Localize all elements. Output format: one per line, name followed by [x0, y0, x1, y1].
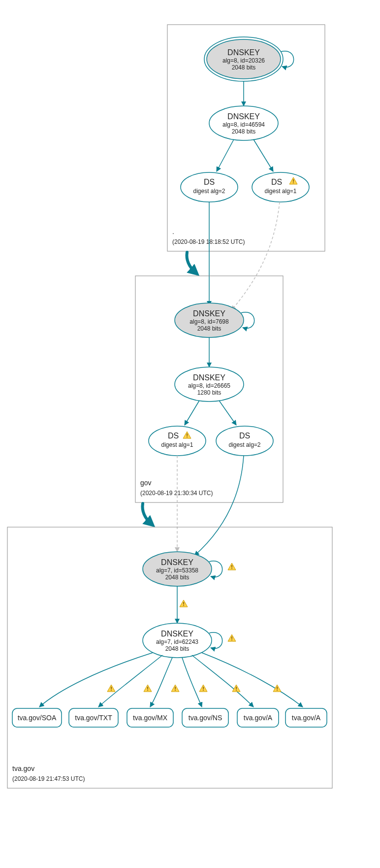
svg-text:tva.gov/A: tva.gov/A [292, 714, 321, 722]
svg-text:alg=8, id=26665: alg=8, id=26665 [188, 382, 230, 389]
warning-icon: ! [228, 563, 236, 570]
svg-text:!: ! [202, 686, 204, 692]
edge-leaf-3 [182, 658, 202, 707]
svg-text:DS: DS [204, 178, 215, 186]
warning-icon: ! [180, 600, 188, 607]
zone-tva-name: tva.gov [12, 765, 34, 772]
svg-text:alg=8, id=7698: alg=8, id=7698 [190, 318, 229, 325]
svg-text:!: ! [235, 686, 237, 692]
zone-root-name: . [172, 228, 174, 235]
zone-tva: tva.gov (2020-08-19 21:47:53 UTC) DNSKEY… [7, 527, 332, 788]
edge-root-zsk-ds1 [217, 139, 234, 171]
zone-gov: gov (2020-08-19 21:30:34 UTC) DNSKEY alg… [135, 276, 283, 502]
gov-ksk-node: DNSKEY alg=8, id=7698 2048 bits [175, 303, 244, 337]
leaf-a2: tva.gov/A [285, 708, 327, 727]
leaf-soa: tva.gov/SOA [12, 708, 62, 727]
svg-text:alg=8, id=46594: alg=8, id=46594 [222, 121, 265, 128]
gov-ds2-node: DS digest alg=2 [216, 426, 273, 456]
leaf-a1: tva.gov/A [237, 708, 279, 727]
svg-text:2048 bits: 2048 bits [232, 128, 256, 135]
svg-text:DNSKEY: DNSKEY [227, 112, 260, 121]
edge-gov-ds2-tva-ksk [194, 456, 244, 556]
svg-text:!: ! [110, 686, 112, 692]
warning-icon: ! [199, 685, 207, 692]
warning-icon: ! [107, 685, 115, 692]
svg-text:2048 bits: 2048 bits [165, 645, 190, 652]
delegation-gov-tva [143, 503, 152, 524]
leaf-ns: tva.gov/NS [182, 708, 228, 727]
svg-text:!: ! [174, 686, 176, 692]
svg-text:DNSKEY: DNSKEY [193, 309, 225, 318]
tva-ksk-node: DNSKEY alg=7, id=53358 2048 bits [143, 552, 212, 586]
root-ksk-node: DNSKEY alg=8, id=20326 2048 bits [204, 37, 283, 81]
delegation-root-gov [187, 252, 196, 273]
svg-text:!: ! [183, 601, 185, 607]
root-zsk-node: DNSKEY alg=8, id=46594 2048 bits [209, 106, 278, 140]
warning-icon: ! [273, 685, 281, 692]
zone-root-time: (2020-08-19 18:18:52 UTC) [172, 238, 245, 245]
edge-leaf-0 [39, 653, 153, 707]
edge-gov-zsk-ds2 [219, 401, 236, 425]
tva-zsk-node: DNSKEY alg=7, id=62243 2048 bits [143, 623, 212, 658]
svg-text:!: ! [276, 686, 278, 692]
gov-zsk-node: DNSKEY alg=8, id=26665 1280 bits [175, 367, 244, 401]
zone-root: . (2020-08-19 18:18:52 UTC) DNSKEY alg=8… [167, 25, 325, 251]
edge-leaf-5 [202, 653, 303, 707]
svg-text:1280 bits: 1280 bits [197, 389, 222, 396]
gov-ds1-node: DS digest alg=1 ! [149, 426, 206, 456]
svg-text:(2020-08-19 21:47:53 UTC): (2020-08-19 21:47:53 UTC) [12, 775, 85, 782]
svg-point-33 [216, 426, 273, 456]
svg-text:DS: DS [271, 178, 282, 186]
warning-icon: ! [228, 634, 236, 641]
svg-point-13 [252, 172, 309, 202]
edge-leaf-1 [98, 655, 162, 707]
svg-text:!: ! [186, 433, 188, 438]
svg-text:alg=7, id=53358: alg=7, id=53358 [156, 567, 198, 574]
edge-leaf-2 [150, 658, 172, 707]
svg-text:!: ! [231, 635, 233, 641]
svg-text:DNSKEY: DNSKEY [161, 630, 193, 638]
svg-text:tva.gov/TXT: tva.gov/TXT [75, 714, 112, 722]
svg-text:DS: DS [168, 432, 179, 440]
svg-text:2048 bits: 2048 bits [165, 574, 190, 581]
edge-leaf-4 [192, 655, 253, 707]
root-ds1-node: DS digest alg=2 [181, 172, 238, 202]
svg-point-28 [149, 426, 206, 456]
svg-point-10 [181, 172, 238, 202]
svg-text:digest alg=1: digest alg=1 [264, 188, 296, 195]
warning-icon: ! [144, 685, 152, 692]
root-ksk-self-loop [281, 51, 294, 67]
svg-text:!: ! [231, 564, 233, 570]
edge-root-ds2-gov-ksk [231, 202, 280, 310]
leaf-mx: tva.gov/MX [127, 708, 173, 727]
svg-text:!: ! [147, 686, 149, 692]
svg-text:tva.gov/SOA: tva.gov/SOA [18, 714, 57, 722]
edge-root-zsk-ds2 [253, 139, 273, 171]
warning-icon: ! [171, 685, 179, 692]
svg-text:alg=7, id=62243: alg=7, id=62243 [156, 638, 198, 645]
svg-text:DS: DS [239, 432, 250, 440]
svg-text:2048 bits: 2048 bits [232, 64, 256, 71]
svg-text:DNSKEY: DNSKEY [161, 558, 193, 567]
leaf-txt: tva.gov/TXT [69, 708, 118, 727]
svg-text:digest alg=2: digest alg=2 [228, 441, 260, 448]
root-ds2-node: DS digest alg=1 ! [252, 172, 309, 202]
svg-text:tva.gov/NS: tva.gov/NS [189, 714, 222, 722]
zone-gov-name: gov [140, 479, 152, 487]
svg-text:tva.gov/MX: tva.gov/MX [133, 714, 168, 722]
svg-text:(2020-08-19 21:30:34 UTC): (2020-08-19 21:30:34 UTC) [140, 490, 213, 497]
svg-text:alg=8, id=20326: alg=8, id=20326 [222, 57, 265, 64]
svg-text:2048 bits: 2048 bits [197, 325, 222, 332]
edge-gov-zsk-ds1 [185, 401, 199, 425]
svg-text:DNSKEY: DNSKEY [193, 373, 225, 382]
svg-text:DNSKEY: DNSKEY [227, 48, 260, 57]
svg-text:!: ! [292, 178, 294, 184]
svg-text:digest alg=1: digest alg=1 [161, 441, 193, 448]
svg-text:digest alg=2: digest alg=2 [193, 188, 225, 195]
svg-text:tva.gov/A: tva.gov/A [244, 714, 273, 722]
